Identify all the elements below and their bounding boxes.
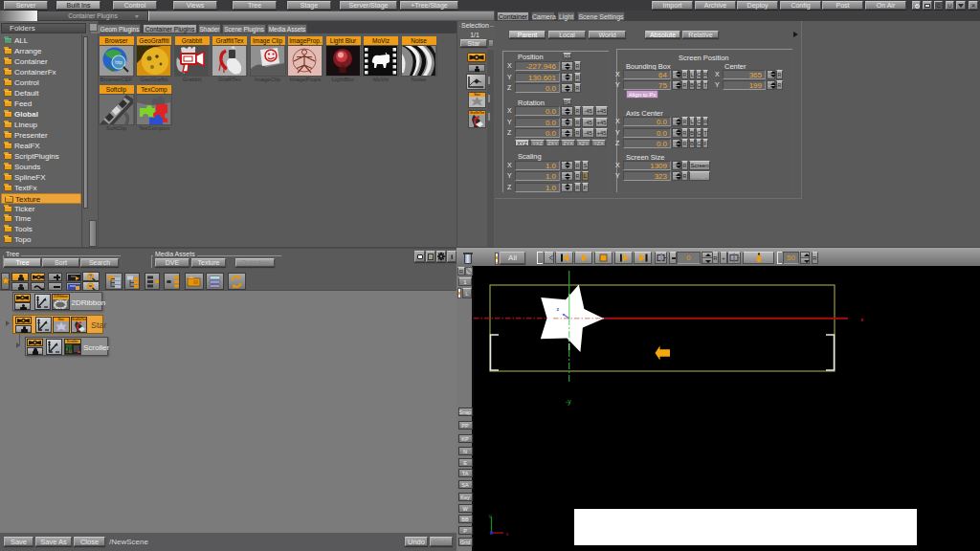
svg-text:x: x xyxy=(506,531,509,537)
svg-text:z: z xyxy=(557,306,560,312)
svg-text:Y: Y xyxy=(488,514,492,519)
svg-text:x: x xyxy=(860,317,864,322)
svg-text:1:34: 1:34 xyxy=(66,350,72,354)
svg-text:http: http xyxy=(115,60,122,65)
svg-text:-y: -y xyxy=(566,398,571,406)
